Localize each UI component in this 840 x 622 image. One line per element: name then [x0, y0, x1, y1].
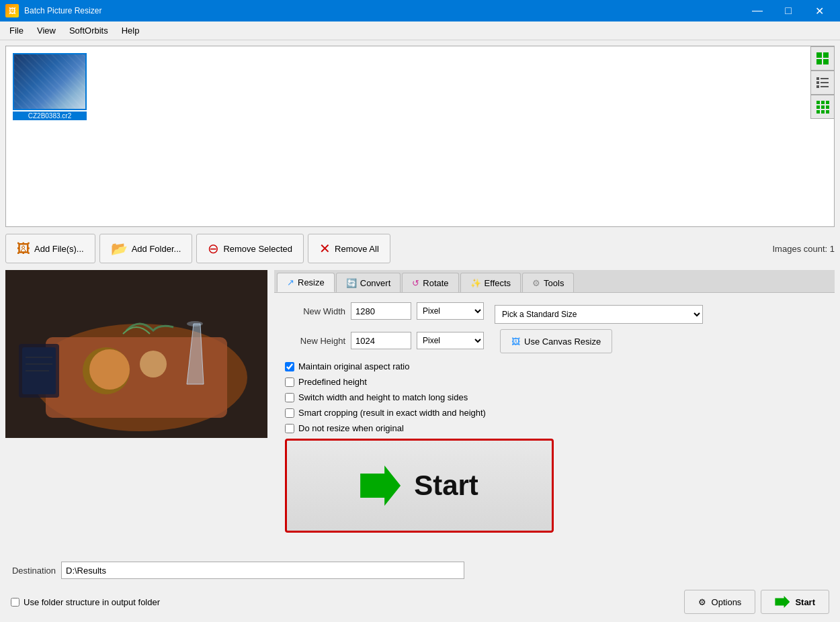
menu-file[interactable]: File: [3, 23, 30, 38]
thumbnail-image: [13, 53, 87, 110]
tabs: ↗ Resize 🔄 Convert ↺ Rotate ✨ Effects ⚙: [274, 270, 835, 292]
remove-all-label: Remove All: [335, 244, 379, 254]
rotate-tab-icon: ↺: [412, 278, 419, 288]
convert-tab-label: Convert: [360, 278, 391, 288]
destination-label: Destination: [5, 566, 56, 576]
toolbar: 🖼 Add File(s)... 📂 Add Folder... ⊖ Remov…: [5, 231, 835, 266]
smart-cropping-row: Smart cropping (result in exact width an…: [285, 408, 824, 418]
remove-all-button[interactable]: ✕ Remove All: [308, 234, 390, 263]
svg-rect-1: [823, 52, 829, 58]
folder-structure-label: Use folder structure in output folder: [24, 597, 160, 607]
standard-size-select[interactable]: Pick a Standard Size: [495, 305, 703, 324]
new-width-label: New Width: [285, 306, 345, 316]
tab-rotate[interactable]: ↺ Rotate: [402, 273, 458, 292]
svg-rect-12: [826, 101, 829, 104]
view-buttons: [810, 46, 835, 119]
bottom-section: ↗ Resize 🔄 Convert ↺ Rotate ✨ Effects ⚙: [5, 270, 835, 553]
close-button[interactable]: ✕: [804, 0, 835, 21]
maximize-button[interactable]: □: [773, 0, 804, 21]
preview-panel: [5, 270, 274, 553]
predefined-height-row: Predefined height: [285, 377, 824, 387]
do-not-resize-row: Do not resize when original: [285, 423, 824, 433]
start-button-small[interactable]: Start: [761, 590, 829, 614]
add-folder-label: Add Folder...: [132, 244, 181, 254]
main-content: CZ2B0383.cr2: [0, 40, 840, 622]
maintain-aspect-row: Maintain original aspect ratio: [285, 361, 824, 371]
effects-tab-label: Effects: [485, 278, 511, 288]
resize-tab-label: Resize: [298, 277, 325, 287]
canvas-resize-button[interactable]: 🖼 Use Canvas Resize: [500, 329, 612, 353]
maintain-aspect-checkbox[interactable]: [285, 362, 294, 371]
window-controls: — □ ✕: [742, 0, 835, 21]
svg-rect-7: [821, 82, 829, 83]
canvas-resize-label: Use Canvas Resize: [524, 337, 601, 347]
svg-rect-9: [821, 86, 829, 87]
predefined-height-label: Predefined height: [298, 377, 367, 387]
dimension-inputs: New Width Pixel Percent Cm Inch New Heig…: [285, 302, 484, 356]
svg-rect-17: [821, 110, 825, 114]
menu-view[interactable]: View: [30, 23, 62, 38]
tab-resize[interactable]: ↗ Resize: [277, 273, 335, 292]
grid-view-button[interactable]: [810, 95, 835, 119]
svg-rect-4: [816, 77, 819, 80]
svg-rect-3: [823, 59, 829, 64]
remove-selected-button[interactable]: ⊖ Remove Selected: [196, 234, 304, 263]
menubar: File View SoftOrbits Help: [0, 21, 840, 40]
images-count: Images count: 1: [773, 244, 835, 254]
start-arrow-small-icon: [775, 596, 790, 608]
add-files-button[interactable]: 🖼 Add File(s)...: [5, 234, 95, 263]
svg-rect-10: [816, 101, 820, 104]
rotate-tab-label: Rotate: [423, 278, 448, 288]
new-width-input[interactable]: [351, 302, 411, 320]
svg-rect-16: [816, 110, 820, 114]
list-view-button[interactable]: [810, 71, 835, 95]
start-button-large[interactable]: Start: [285, 439, 554, 533]
maintain-aspect-label: Maintain original aspect ratio: [298, 361, 409, 371]
bottom-right-buttons: ⚙ Options Start: [684, 590, 829, 614]
minimize-button[interactable]: —: [742, 0, 773, 21]
do-not-resize-label: Do not resize when original: [298, 423, 404, 433]
remove-all-icon: ✕: [319, 240, 331, 257]
tab-effects[interactable]: ✨ Effects: [460, 273, 521, 292]
image-item[interactable]: CZ2B0383.cr2: [13, 53, 87, 120]
svg-rect-13: [816, 105, 820, 109]
resize-tab-icon: ↗: [287, 277, 294, 287]
new-height-label: New Height: [285, 336, 345, 346]
settings-panel: ↗ Resize 🔄 Convert ↺ Rotate ✨ Effects ⚙: [274, 270, 835, 553]
new-width-row: New Width Pixel Percent Cm Inch: [285, 302, 484, 320]
tab-tools[interactable]: ⚙ Tools: [522, 273, 574, 292]
folder-structure-checkbox[interactable]: [11, 598, 19, 607]
options-button[interactable]: ⚙ Options: [684, 590, 756, 614]
menu-softorbits[interactable]: SoftOrbits: [62, 23, 115, 38]
tab-convert[interactable]: 🔄 Convert: [336, 273, 401, 292]
start-small-label: Start: [795, 597, 815, 607]
destination-input[interactable]: [61, 562, 464, 579]
app-icon: 🖼: [5, 4, 19, 17]
effects-tab-icon: ✨: [470, 278, 481, 288]
switch-width-height-checkbox[interactable]: [285, 393, 294, 402]
resize-tab-content: New Width Pixel Percent Cm Inch New Heig…: [274, 292, 835, 542]
height-unit-select[interactable]: Pixel Percent Cm Inch: [417, 332, 484, 349]
new-height-input[interactable]: [351, 332, 411, 349]
menu-help[interactable]: Help: [115, 23, 146, 38]
predefined-height-checkbox[interactable]: [285, 377, 294, 387]
width-unit-select[interactable]: Pixel Percent Cm Inch: [417, 302, 484, 320]
canvas-resize-icon: 🖼: [511, 337, 520, 347]
svg-point-25: [187, 321, 203, 326]
svg-rect-18: [826, 110, 829, 114]
svg-point-24: [140, 351, 167, 377]
start-large-label: Start: [414, 470, 478, 502]
tools-tab-label: Tools: [544, 278, 564, 288]
add-folder-button[interactable]: 📂 Add Folder...: [99, 234, 193, 263]
svg-rect-14: [821, 105, 825, 109]
switch-width-height-row: Switch width and height to match long si…: [285, 392, 824, 402]
remove-selected-icon: ⊖: [208, 240, 219, 257]
svg-rect-2: [816, 59, 822, 64]
do-not-resize-checkbox[interactable]: [285, 424, 294, 433]
tools-tab-icon: ⚙: [532, 278, 540, 288]
add-files-icon: 🖼: [17, 241, 30, 257]
smart-cropping-checkbox[interactable]: [285, 408, 294, 418]
svg-rect-0: [816, 52, 822, 58]
thumbnail-view-button[interactable]: [810, 46, 835, 71]
svg-rect-15: [826, 105, 829, 109]
